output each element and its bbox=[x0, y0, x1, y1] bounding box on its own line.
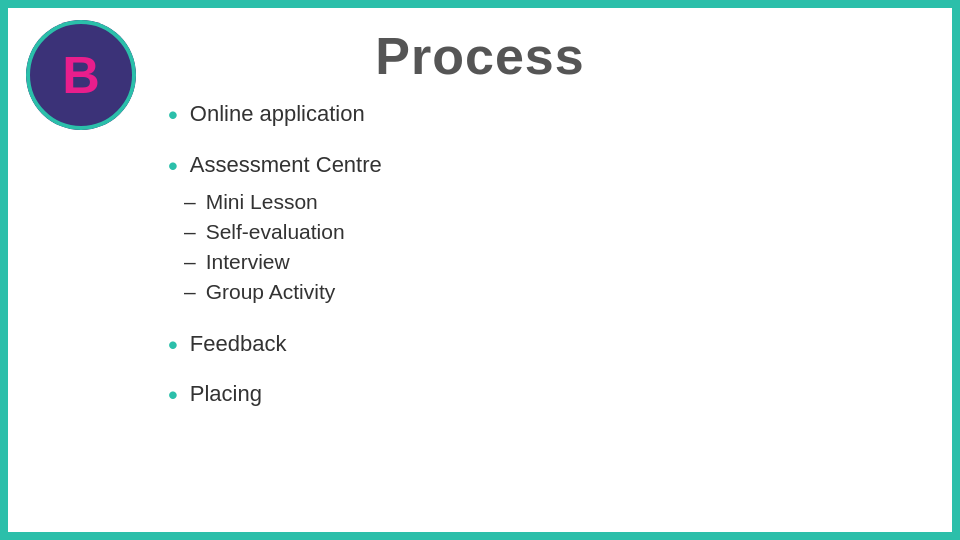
bullet-dot-1: • bbox=[168, 100, 178, 131]
bullet-online-application: • Online application bbox=[168, 100, 912, 131]
bullet-placing: • Placing bbox=[168, 380, 912, 411]
bullet-dot-4: • bbox=[168, 380, 178, 411]
sub-item-self-evaluation: – Self-evaluation bbox=[184, 220, 345, 244]
sub-item-text-group-activity: Group Activity bbox=[206, 280, 336, 304]
sub-item-group-activity: – Group Activity bbox=[184, 280, 345, 304]
logo-container: B bbox=[26, 20, 136, 130]
slide-wrapper: B Process • Online application • Assessm… bbox=[0, 0, 960, 540]
dash-3: – bbox=[184, 250, 196, 274]
bullet-text-placing: Placing bbox=[190, 380, 262, 409]
dash-2: – bbox=[184, 220, 196, 244]
bullet-dot-3: • bbox=[168, 330, 178, 361]
title-area: Process bbox=[375, 26, 584, 86]
bullet-text-assessment-centre: Assessment Centre bbox=[190, 151, 382, 180]
sub-item-interview: – Interview bbox=[184, 250, 345, 274]
bullet-dot-2: • bbox=[168, 151, 178, 182]
dash-1: – bbox=[184, 190, 196, 214]
sub-item-text-interview: Interview bbox=[206, 250, 290, 274]
logo-circle: B bbox=[26, 20, 136, 130]
sub-list-assessment: – Mini Lesson – Self-evaluation – Interv… bbox=[184, 190, 345, 310]
bullet-feedback: • Feedback bbox=[168, 330, 912, 361]
bullet-text-online-application: Online application bbox=[190, 100, 365, 129]
sub-item-text-mini-lesson: Mini Lesson bbox=[206, 190, 318, 214]
logo-letter: B bbox=[62, 49, 100, 101]
page-title: Process bbox=[375, 26, 584, 86]
bullet-text-feedback: Feedback bbox=[190, 330, 287, 359]
sub-item-text-self-evaluation: Self-evaluation bbox=[206, 220, 345, 244]
content-area: • Online application • Assessment Centre… bbox=[8, 100, 952, 532]
dash-4: – bbox=[184, 280, 196, 304]
sub-item-mini-lesson: – Mini Lesson bbox=[184, 190, 345, 214]
bullet-assessment-centre: • Assessment Centre – Mini Lesson – Self… bbox=[168, 151, 912, 310]
